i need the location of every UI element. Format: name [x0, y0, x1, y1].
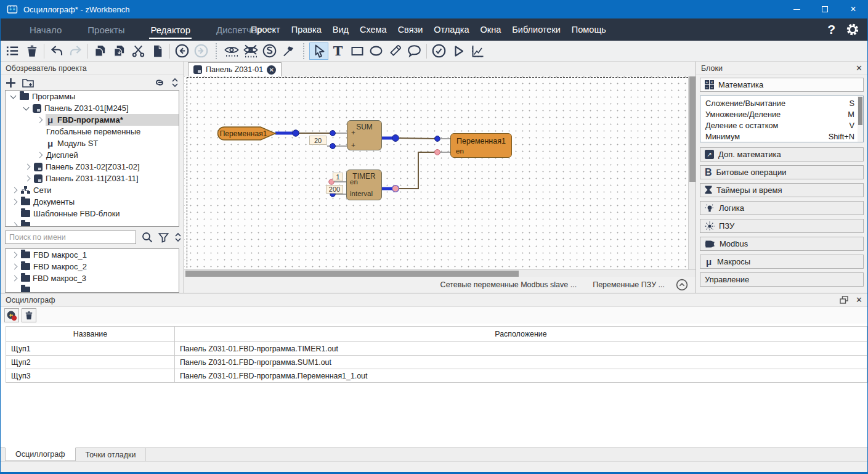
search-input[interactable] — [5, 231, 136, 244]
chevron-down-icon[interactable] — [23, 104, 30, 110]
section-rom[interactable]: ПЗУ — [700, 219, 864, 233]
expand-collapse-spinner[interactable] — [171, 77, 179, 88]
macro-item-2[interactable]: FBD макрос_2 — [6, 261, 179, 272]
menu-libraries[interactable]: Библиотеки — [507, 22, 566, 37]
filter-funnel-icon[interactable] — [158, 232, 169, 243]
list-icon[interactable] — [3, 43, 22, 60]
delete-trash-icon[interactable] — [22, 43, 41, 60]
delete-probe-button[interactable] — [22, 308, 36, 322]
add-probe-button[interactable] — [4, 308, 19, 322]
tab-close-icon[interactable]: ✕ — [267, 65, 276, 75]
cut-scissors-icon[interactable] — [129, 43, 148, 60]
oscilloscope-chart-icon[interactable] — [468, 43, 487, 60]
tree-item-documents[interactable]: Документы — [6, 196, 179, 208]
document-icon[interactable] — [148, 43, 167, 60]
text-tool[interactable]: T — [328, 43, 347, 60]
menu-windows[interactable]: Окна — [476, 22, 506, 37]
add-folder-icon[interactable] — [22, 78, 34, 88]
tree-item-fbd-program[interactable]: μFBD-программа* — [6, 114, 179, 126]
sum-input2-literal[interactable]: 20 — [309, 136, 327, 145]
signals-icon[interactable] — [260, 43, 279, 60]
section-logic[interactable]: Логика — [700, 201, 864, 215]
redo-icon[interactable] — [66, 43, 85, 60]
fbd-source-variable[interactable]: Переменная1 — [217, 126, 277, 141]
section-macros[interactable]: μ Макросы — [700, 255, 864, 269]
navigate-forward-icon[interactable] — [192, 43, 211, 60]
probe-row-3[interactable]: Щуп3 Панель Z031-01.FBD-программа.Переме… — [6, 369, 867, 383]
section-extra-math[interactable]: ↗ Доп. математика — [700, 147, 864, 161]
chevron-right-icon[interactable] — [12, 187, 18, 194]
tree-item-panel-z031-11[interactable]: Панель Z031-11[Z031-11] — [6, 173, 179, 184]
chevron-right-icon[interactable] — [12, 252, 18, 258]
menu-links[interactable]: Связи — [393, 22, 428, 37]
dock-tab-oscilloscope[interactable]: Осциллограф — [5, 447, 76, 461]
vertical-scroll-thumb[interactable] — [689, 76, 696, 182]
ribbon-tab-start[interactable]: Начало — [28, 21, 63, 39]
menu-scheme[interactable]: Схема — [355, 22, 392, 37]
menu-project[interactable]: Проект — [246, 22, 285, 37]
collapse-up-icon[interactable] — [676, 279, 688, 291]
section-timers[interactable]: Таймеры и время — [700, 183, 864, 197]
canvas-vertical-scrollbar[interactable] — [688, 76, 696, 269]
tree-item-programs[interactable]: Программы — [6, 91, 179, 102]
menu-debug[interactable]: Отладка — [429, 22, 474, 37]
chevron-right-icon[interactable] — [12, 223, 18, 227]
pencil-tool[interactable] — [386, 43, 405, 60]
macro-item-3[interactable]: FBD макрос_3 — [6, 272, 179, 284]
chevron-right-icon[interactable] — [37, 117, 43, 123]
chevron-right-icon[interactable] — [25, 176, 31, 182]
tree-item-panel-z031-02[interactable]: Панель Z031-02[Z031-02] — [6, 161, 179, 173]
block-item-minimum[interactable]: МинимумShift+N — [700, 131, 863, 142]
copy-icon[interactable] — [91, 43, 110, 60]
canvas-horizontal-scrollbar[interactable] — [184, 269, 696, 277]
tab-panel-z031-01[interactable]: Панель Z031-01 ✕ — [188, 62, 282, 76]
block-item-modulo[interactable]: Деление с остаткомV — [700, 120, 863, 131]
chevron-right-icon[interactable] — [12, 264, 18, 270]
tree-item-display[interactable]: Дисплей — [6, 149, 179, 161]
validate-check-icon[interactable] — [429, 43, 448, 60]
timer-interval-literal[interactable]: 200 — [326, 185, 343, 194]
tree-item-st-module[interactable]: μМодуль ST — [6, 137, 179, 149]
float-panel-icon[interactable] — [840, 296, 848, 304]
tree-item-partial[interactable] — [6, 219, 179, 227]
probe-row-2[interactable]: Щуп2 Панель Z031-01.FBD-программа.SUM1.o… — [6, 356, 867, 369]
comment-bubble-tool[interactable] — [405, 43, 424, 60]
chevron-right-icon[interactable] — [25, 164, 31, 170]
section-bitwise[interactable]: B Битовые операции — [700, 165, 864, 179]
maximize-button[interactable] — [811, 0, 839, 18]
chevron-right-icon[interactable] — [37, 152, 43, 158]
block-item-mul-div[interactable]: Умножение/ДелениеM — [700, 108, 863, 120]
help-icon[interactable]: ? — [827, 22, 835, 37]
minimize-button[interactable] — [782, 0, 811, 18]
chevron-down-icon[interactable] — [10, 92, 17, 99]
rectangle-tool[interactable] — [347, 43, 367, 60]
undo-icon[interactable] — [47, 43, 66, 60]
tree-item-networks[interactable]: Сети — [6, 184, 179, 196]
add-item-icon[interactable] — [6, 78, 16, 88]
select-cursor-tool[interactable] — [309, 43, 328, 60]
settings-gear-icon[interactable] — [845, 22, 860, 37]
tree-item-panel-z031-01[interactable]: Панель Z031-01[M245] — [6, 102, 179, 114]
navigate-back-icon[interactable] — [172, 43, 192, 60]
link-icon[interactable] — [154, 77, 165, 88]
menu-help[interactable]: Помощь — [567, 22, 611, 37]
rom-variables-link[interactable]: Переменные ПЗУ ... — [593, 280, 665, 289]
block-item-add-sub[interactable]: Сложение/ВычитаниеS — [700, 97, 863, 108]
ellipse-tool[interactable] — [367, 43, 386, 60]
horizontal-scroll-thumb[interactable] — [185, 271, 519, 277]
math-list-scrollbar[interactable] — [858, 96, 863, 142]
macro-item-partial[interactable] — [6, 284, 179, 293]
show-probes-eye-icon[interactable] — [222, 43, 241, 60]
fbd-sum-block[interactable]: SUM + + — [347, 120, 382, 150]
expand-collapse-spinner[interactable] — [174, 232, 182, 243]
macro-item-1[interactable]: FBD макрос_1 — [6, 249, 179, 261]
dock-tab-debug-points[interactable]: Точки отладки — [76, 448, 147, 462]
modbus-variables-link[interactable]: Сетевые переменные Modbus slave ... — [440, 280, 577, 289]
section-control[interactable]: Управление — [700, 272, 864, 287]
chevron-right-icon[interactable] — [12, 276, 18, 282]
timer-en-literal[interactable]: 1 — [333, 173, 343, 181]
tree-item-global-vars[interactable]: Глобальные переменные — [6, 126, 179, 137]
tree-item-fbd-templates[interactable]: Шаблонные FBD-блоки — [6, 208, 179, 219]
hide-probes-eye-icon[interactable] — [241, 43, 260, 60]
fbd-sink-variable[interactable]: Переменная1 en — [450, 133, 512, 158]
